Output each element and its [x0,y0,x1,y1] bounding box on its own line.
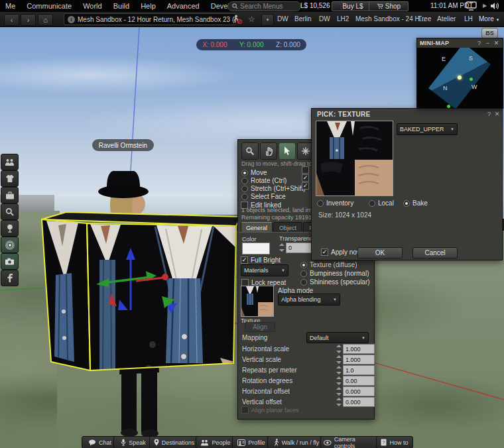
param-spinner[interactable] [336,344,342,354]
radio-on[interactable] [300,262,307,268]
materials-dropdown[interactable]: Materials▼ [241,264,288,276]
media-play-icon[interactable]: ▶ [483,3,487,9]
source-bake-radio[interactable]: Bake [403,199,428,207]
focus-tool-button[interactable] [241,142,259,160]
snap-checkbox-off[interactable] [302,166,309,174]
buy-linden-button[interactable]: Buy L$ [332,1,374,11]
sidebar-search-button[interactable] [1,203,19,220]
menu-communicate[interactable]: Communicate [27,2,72,10]
param-spinner[interactable] [336,355,342,364]
mode-select-face-radio[interactable]: Select Face [241,193,286,200]
search-menus-input[interactable]: Search Menus [227,1,301,11]
minimap-titlebar[interactable]: MINI-MAP ? − ✕ [417,38,503,48]
edit-tool-button[interactable] [279,142,296,160]
favorite-landmark[interactable]: Atelier [437,15,456,23]
radio-off[interactable] [369,200,375,207]
minimize-icon[interactable]: − [484,40,491,46]
align-button[interactable]: Align [245,322,275,332]
sidebar-media-button[interactable] [1,237,19,253]
avatar-nametag[interactable]: Ravelli Ormstein [92,139,154,151]
radio-on[interactable] [403,200,410,207]
mode-move-radio[interactable]: Move [241,169,267,176]
walk-run-fly-button[interactable]: Walk / run / fly [267,436,326,448]
favorite-landmark[interactable]: Mesh Sandbox - 24 H... [355,15,425,23]
close-icon[interactable]: ✕ [493,40,500,46]
transparency-spinner[interactable] [279,243,284,252]
menu-world[interactable]: World [83,2,102,10]
profile-button[interactable]: Profile [232,436,271,448]
texture-preview[interactable] [316,121,393,196]
back-button[interactable]: ‹ [4,14,19,26]
favorite-star-icon[interactable]: ☆ [248,15,255,24]
camera-controls-button[interactable]: Camera controls [320,436,380,448]
param-field[interactable]: 0.00 [343,376,375,386]
checkbox-on[interactable]: ✓ [241,256,248,264]
shop-button[interactable]: Shop [369,1,409,11]
bs-button[interactable]: BS [481,28,498,38]
checkbox-on[interactable]: ✓ [321,249,328,256]
destinations-button[interactable]: Destinations [149,436,199,448]
tab-object[interactable]: Object [273,222,302,233]
radio-off[interactable] [300,279,307,286]
speaker-icon[interactable] [490,2,499,10]
close-icon[interactable]: ✕ [493,111,501,117]
spin-up[interactable] [279,243,284,246]
param-spinner[interactable] [336,365,342,375]
favorite-landmark[interactable]: DW [277,15,288,23]
media-screen-icon[interactable] [466,1,477,11]
full-bright-checkbox[interactable]: ✓Full Bright [241,256,281,264]
texture-thumbnail[interactable] [241,286,274,317]
chat-button[interactable]: Chat [82,436,118,448]
location-input[interactable]: i Mesh Sandbox - 12 Hour Return, Mesh Sa… [64,13,236,25]
radio-off[interactable] [300,270,307,277]
tab-general[interactable]: General [241,222,273,233]
radio-off[interactable] [241,186,248,192]
minimap-canvas[interactable]: E S N W [417,48,503,108]
menu-advanced[interactable]: Advanced [167,2,200,10]
param-spinner[interactable] [336,376,342,386]
menu-build[interactable]: Build [113,2,129,10]
color-swatch[interactable] [242,243,270,254]
help-icon[interactable]: ? [485,111,493,117]
favorite-landmark[interactable]: Berlin [294,15,312,23]
alpha-mode-dropdown[interactable]: Alpha blending▼ [278,294,340,306]
mode-stretch-radio[interactable]: Stretch (Ctrl+Shift) [241,185,306,192]
radio-off[interactable] [241,178,248,184]
radio-off[interactable] [241,194,248,200]
param-spinner[interactable] [336,386,342,396]
source-inventory-radio[interactable]: Inventory [317,199,353,207]
param-field[interactable]: 1.000 [343,355,375,364]
radio-on[interactable] [241,170,248,176]
speak-button[interactable]: Speak [113,436,153,448]
param-field[interactable]: 0.000 [343,386,375,396]
param-field[interactable]: 0.000 [343,397,375,407]
sidebar-facebook-button[interactable] [1,270,19,286]
info-icon[interactable]: i [68,16,75,23]
cancel-button[interactable]: Cancel [412,247,458,258]
sidebar-outfit-button[interactable] [1,170,19,187]
channel-texture-radio[interactable]: Texture (diffuse) [300,261,357,268]
bake-channel-dropdown[interactable]: BAKED_UPPER▼ [397,123,458,135]
sidebar-inventory-button[interactable] [1,187,19,203]
radio-off[interactable] [317,200,324,207]
source-local-radio[interactable]: Local [369,199,394,207]
linden-balance[interactable]: L$ 10,526 [300,2,330,9]
sidebar-snapshot-button[interactable] [1,253,19,270]
param-field[interactable]: 1.0 [343,365,375,375]
favorites-more-button[interactable]: More ▼ [479,15,500,23]
move-tool-button[interactable] [260,142,277,160]
mapping-dropdown[interactable]: Default▼ [306,332,369,343]
menu-me[interactable]: Me [5,2,15,10]
param-spinner[interactable] [336,397,342,407]
forward-button[interactable]: › [21,14,36,26]
sidebar-people-button[interactable] [1,154,19,170]
sidebar-world-map-button[interactable] [1,220,19,237]
home-button[interactable]: ⌂ [38,14,53,26]
help-icon[interactable]: ? [475,40,483,46]
mode-rotate-radio[interactable]: Rotate (Ctrl) [241,177,286,184]
parcel-restriction-icon[interactable] [231,15,242,24]
snap-checkbox-on[interactable]: ✓ [302,182,309,190]
param-field[interactable]: 1.000 [343,344,375,354]
how-to-button[interactable]: ? How to [376,436,413,448]
favorite-landmark[interactable]: LH2 [337,15,349,23]
